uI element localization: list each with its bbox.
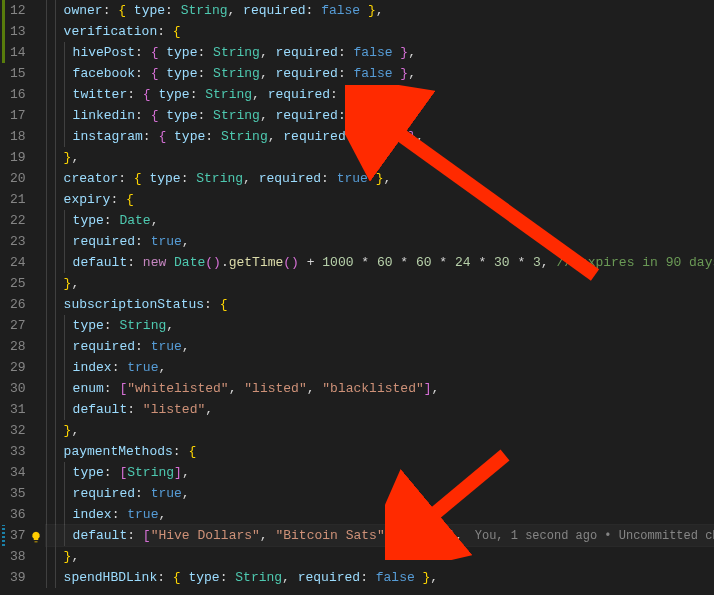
line-number: 12 [10,0,26,21]
code-line[interactable]: }, [46,273,714,294]
line-number: 22 [10,210,26,231]
line-number: 38 [10,546,26,567]
line-number: 16 [10,84,26,105]
code-line[interactable]: type: Date, [46,210,714,231]
line-number: 21 [10,189,26,210]
code-line[interactable]: required: true, [46,336,714,357]
line-number: 25 [10,273,26,294]
code-line[interactable]: }, [46,546,714,567]
line-number: 23 [10,231,26,252]
line-number: 28 [10,336,26,357]
code-editor[interactable]: 1213141516171819202122232425262728293031… [0,0,714,595]
line-number: 14 [10,42,26,63]
line-number-gutter: 1213141516171819202122232425262728293031… [0,0,44,595]
line-number: 27 [10,315,26,336]
line-number: 37 [10,525,26,546]
code-line[interactable]: type: [String], [46,462,714,483]
line-number: 18 [10,126,26,147]
line-number: 15 [10,63,26,84]
line-number: 26 [10,294,26,315]
line-number: 39 [10,567,26,588]
code-area[interactable]: owner: { type: String, required: false }… [44,0,714,595]
lightbulb-icon[interactable] [30,529,42,541]
code-line[interactable]: expiry: { [46,189,714,210]
line-number: 30 [10,378,26,399]
line-number: 36 [10,504,26,525]
code-line[interactable]: hivePost: { type: String, required: fals… [46,42,714,63]
code-line[interactable]: linkedin: { type: String, required: fals… [46,105,714,126]
code-line[interactable]: instagram: { type: String, required: fal… [46,126,714,147]
line-number: 13 [10,21,26,42]
code-line-current[interactable]: default: ["Hive Dollars", "Bitcoin Sats"… [46,525,714,546]
code-line[interactable]: subscriptionStatus: { [46,294,714,315]
line-number: 17 [10,105,26,126]
code-line[interactable]: owner: { type: String, required: false }… [46,0,714,21]
git-modified-indicator [2,525,5,546]
git-change-indicator [2,0,5,63]
code-line[interactable]: facebook: { type: String, required: fals… [46,63,714,84]
line-number: 33 [10,441,26,462]
code-line[interactable]: index: true, [46,357,714,378]
code-line[interactable]: twitter: { type: String, required: false… [46,84,714,105]
line-number: 32 [10,420,26,441]
code-line[interactable]: creator: { type: String, required: true … [46,168,714,189]
code-line[interactable]: enum: ["whitelisted", "listed", "blackli… [46,378,714,399]
line-number: 20 [10,168,26,189]
code-line[interactable]: }, [46,420,714,441]
code-line[interactable]: default: new Date().getTime() + 1000 * 6… [46,252,714,273]
code-line[interactable]: spendHBDLink: { type: String, required: … [46,567,714,588]
code-line[interactable]: required: true, [46,231,714,252]
code-line[interactable]: paymentMethods: { [46,441,714,462]
git-blame-lens[interactable]: You, 1 second ago • Uncommitted changes [463,529,714,543]
code-line[interactable]: index: true, [46,504,714,525]
line-number: 29 [10,357,26,378]
line-number: 24 [10,252,26,273]
code-line[interactable]: verification: { [46,21,714,42]
code-line[interactable]: required: true, [46,483,714,504]
code-line[interactable]: type: String, [46,315,714,336]
line-number: 34 [10,462,26,483]
line-number: 19 [10,147,26,168]
code-line[interactable]: default: "listed", [46,399,714,420]
code-line[interactable]: }, [46,147,714,168]
line-number: 35 [10,483,26,504]
line-number: 31 [10,399,26,420]
